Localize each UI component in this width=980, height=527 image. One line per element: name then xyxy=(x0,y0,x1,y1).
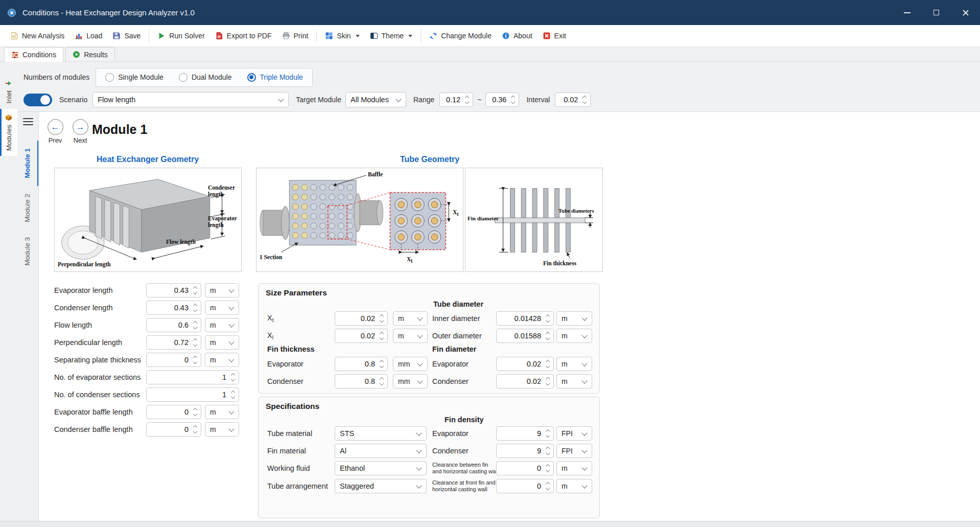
stepper-arrows[interactable] xyxy=(192,304,198,311)
separating-plate-thickness-input[interactable]: 0 xyxy=(146,353,201,367)
tab-conditions[interactable]: Conditions xyxy=(4,47,63,62)
tube-arrangement-select[interactable]: Staggered xyxy=(335,479,427,493)
stepper-arrows[interactable] xyxy=(545,465,551,472)
outer-diameter-input[interactable]: 0.01588 xyxy=(496,329,554,343)
fin-density-evaporator-unit-select[interactable]: FPI xyxy=(556,426,592,441)
stepper-arrows[interactable] xyxy=(464,96,470,103)
stepper-arrows[interactable] xyxy=(545,447,551,454)
close-button[interactable] xyxy=(951,0,980,25)
step-down-icon[interactable] xyxy=(511,100,515,104)
step-down-icon[interactable] xyxy=(546,486,550,490)
perpendicular-length-input[interactable]: 0.72 xyxy=(146,335,201,350)
step-down-icon[interactable] xyxy=(231,395,235,399)
prev-arrow-icon[interactable]: ← xyxy=(48,119,63,135)
stepper-arrows[interactable] xyxy=(230,391,236,398)
fin-material-select[interactable]: Al xyxy=(335,444,427,458)
tab-module-1[interactable]: Module 1 xyxy=(17,141,38,186)
minimize-button[interactable] xyxy=(893,0,922,25)
skin-menu-button[interactable]: Skin xyxy=(320,28,364,44)
clearance-front-unit-select[interactable]: m xyxy=(556,479,592,493)
fin-thickness-evaporator-input[interactable]: 0.8 xyxy=(335,357,388,371)
range-to-input[interactable]: 0.36 xyxy=(485,93,519,107)
clearance-front-input[interactable]: 0 xyxy=(496,479,554,493)
clearance-between-unit-select[interactable]: m xyxy=(556,461,592,475)
step-down-icon[interactable] xyxy=(193,325,197,329)
fin-thickness-condenser-input[interactable]: 0.8 xyxy=(335,374,388,388)
fin-density-evaporator-input[interactable]: 9 xyxy=(496,426,554,441)
step-down-icon[interactable] xyxy=(380,364,384,368)
print-button[interactable]: Print xyxy=(277,28,314,44)
scenario-select[interactable]: Flow length xyxy=(92,92,289,107)
step-down-icon[interactable] xyxy=(193,308,197,312)
fin-thickness-condenser-unit-select[interactable]: mm xyxy=(393,374,428,388)
evaporator-sections-input[interactable]: 1 xyxy=(146,370,239,384)
step-down-icon[interactable] xyxy=(582,100,587,104)
exit-button[interactable]: Exit xyxy=(538,28,571,44)
range-from-input[interactable]: 0.12 xyxy=(439,93,473,107)
step-down-icon[interactable] xyxy=(380,318,384,323)
perpendicular-length-unit-select[interactable]: m xyxy=(205,335,239,350)
stepper-arrows[interactable] xyxy=(192,426,198,433)
condenser-baffle-length-input[interactable]: 0 xyxy=(146,422,201,437)
step-up-icon[interactable] xyxy=(511,96,515,100)
prev-module-button[interactable]: ← Prev xyxy=(44,119,66,144)
menu-hamburger-icon[interactable] xyxy=(23,118,33,125)
stepper-arrows[interactable] xyxy=(379,378,385,385)
step-up-icon[interactable] xyxy=(582,96,587,100)
evaporator-length-input[interactable]: 0.43 xyxy=(146,283,201,297)
change-module-button[interactable]: Change Module xyxy=(424,28,497,44)
step-down-icon[interactable] xyxy=(546,364,550,368)
step-down-icon[interactable] xyxy=(546,433,550,438)
separating-plate-thickness-unit-select[interactable]: m xyxy=(205,353,239,367)
flow-length-unit-select[interactable]: m xyxy=(205,318,239,332)
fin-diameter-evaporator-unit-select[interactable]: m xyxy=(556,357,592,371)
step-down-icon[interactable] xyxy=(546,451,550,455)
stepper-arrows[interactable] xyxy=(510,96,516,103)
load-button[interactable]: Load xyxy=(69,28,107,44)
sidebar-tab-inlet[interactable]: Inlet xyxy=(0,75,17,109)
evaporator-length-unit-select[interactable]: m xyxy=(205,283,239,297)
run-solver-button[interactable]: Run Solver xyxy=(152,28,209,44)
stepper-arrows[interactable] xyxy=(545,378,551,385)
step-down-icon[interactable] xyxy=(231,377,235,381)
step-down-icon[interactable] xyxy=(193,412,197,416)
condenser-length-unit-select[interactable]: m xyxy=(205,301,239,315)
xl-input[interactable]: 0.02 xyxy=(335,329,388,343)
tab-module-3[interactable]: Module 3 xyxy=(17,230,38,273)
evaporator-baffle-length-unit-select[interactable]: m xyxy=(205,405,239,419)
sidebar-tab-modules[interactable]: Modules xyxy=(0,109,17,156)
xt-input[interactable]: 0.02 xyxy=(335,311,388,326)
step-down-icon[interactable] xyxy=(465,100,469,104)
condenser-sections-input[interactable]: 1 xyxy=(146,387,239,402)
condenser-baffle-length-unit-select[interactable]: m xyxy=(205,422,239,437)
step-down-icon[interactable] xyxy=(193,360,197,364)
working-fluid-select[interactable]: Ethanol xyxy=(335,461,427,475)
stepper-arrows[interactable] xyxy=(192,339,198,346)
step-down-icon[interactable] xyxy=(546,318,550,323)
stepper-arrows[interactable] xyxy=(379,332,385,339)
fin-diameter-condenser-input[interactable]: 0.02 xyxy=(496,374,554,388)
stepper-arrows[interactable] xyxy=(379,315,385,322)
stepper-arrows[interactable] xyxy=(581,96,588,103)
clearance-between-input[interactable]: 0 xyxy=(496,461,554,475)
tab-module-2[interactable]: Module 2 xyxy=(17,186,38,230)
next-arrow-icon[interactable]: → xyxy=(73,119,88,135)
save-button[interactable]: Save xyxy=(107,28,146,44)
new-analysis-button[interactable]: New Analysis xyxy=(5,28,69,44)
stepper-arrows[interactable] xyxy=(545,483,551,490)
stepper-arrows[interactable] xyxy=(230,374,236,381)
tube-material-select[interactable]: STS xyxy=(335,426,427,441)
target-module-select[interactable]: All Modules xyxy=(345,92,406,107)
xl-unit-select[interactable]: m xyxy=(393,329,428,343)
fin-density-condenser-unit-select[interactable]: FPI xyxy=(556,444,592,458)
step-down-icon[interactable] xyxy=(380,336,384,340)
step-down-icon[interactable] xyxy=(380,381,384,385)
stepper-arrows[interactable] xyxy=(379,360,385,368)
inner-diameter-input[interactable]: 0.01428 xyxy=(496,311,554,326)
step-down-icon[interactable] xyxy=(193,429,197,433)
step-up-icon[interactable] xyxy=(465,96,469,100)
stepper-arrows[interactable] xyxy=(545,315,551,322)
export-pdf-button[interactable]: Export to PDF xyxy=(210,28,277,44)
flow-length-input[interactable]: 0.6 xyxy=(146,318,201,332)
next-module-button[interactable]: → Next xyxy=(69,119,91,144)
